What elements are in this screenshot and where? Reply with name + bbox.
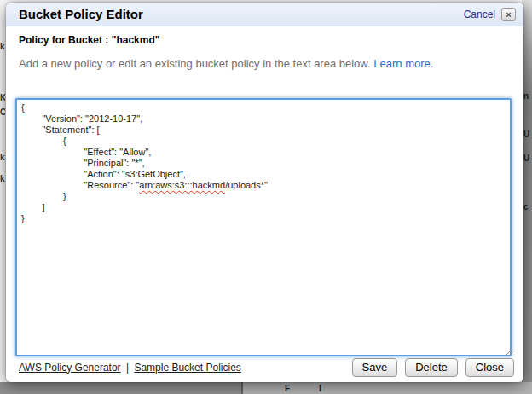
background-bottom-left-block [0,382,241,394]
dialog-description: Add a new policy or edit an existing buc… [19,57,511,70]
background-text-fragment: F [285,385,290,392]
background-text-fragment: k [0,43,5,51]
link-separator: | [126,362,129,374]
background-text-fragment: k [0,154,5,162]
background-text-fragment: l [319,385,321,392]
background-text-fragment: n [523,92,531,101]
footer-buttons: Save Delete Close [352,358,514,377]
policy-textarea[interactable]: { "Version": "2012-10-17", "Statement": … [15,98,512,356]
dialog-title: Bucket Policy Editor [19,7,464,21]
background-text-fragment: K [0,94,5,102]
description-text: Add a new policy or edit an existing buc… [19,57,371,70]
sample-bucket-policies-link[interactable]: Sample Bucket Policies [134,362,240,374]
background-bottom-divider [241,382,243,394]
background-text-fragment: U [523,130,531,139]
save-button[interactable]: Save [352,358,398,377]
footer-links: AWS Policy Generator | Sample Bucket Pol… [19,362,241,374]
dialog-header: Bucket Policy Editor Cancel × [6,3,523,26]
background-text-fragment: CE [0,108,5,117]
learn-more-link[interactable]: Learn more. [373,57,433,70]
background-text-fragment: k [0,175,5,183]
bucket-policy-editor-dialog: Bucket Policy Editor Cancel × Policy for… [6,3,523,382]
delete-button[interactable]: Delete [405,358,458,377]
cancel-link[interactable]: Cancel [464,9,495,20]
close-icon[interactable]: × [501,8,516,21]
background-text-fragment: U [523,154,531,163]
background-text-fragment: c [523,203,531,211]
dialog-footer: AWS Policy Generator | Sample Bucket Pol… [19,357,514,377]
bucket-policy-heading: Policy for Bucket : "hackmd" [19,34,511,46]
close-button[interactable]: Close [466,358,514,377]
aws-policy-generator-link[interactable]: AWS Policy Generator [19,362,121,374]
